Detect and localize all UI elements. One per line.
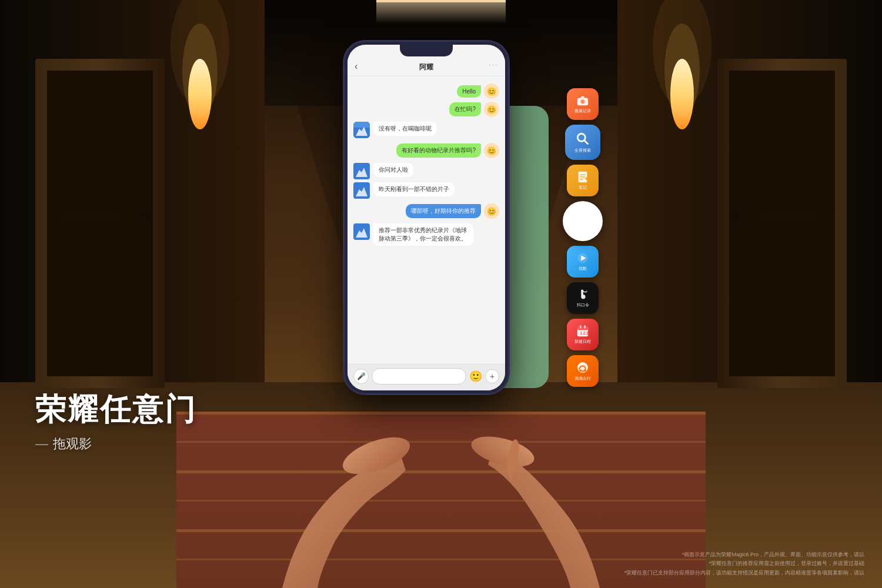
youku-fab[interactable]: 优酷 [567, 246, 599, 278]
svg-rect-13 [47, 71, 153, 212]
didi-fab-label: 滴滴出行 [574, 376, 591, 382]
disclaimer-line3: *荣耀任意门已支持部分应用部分内容，该功能支持情况是应用更新，内容精准度等各项因… [624, 569, 864, 577]
message-5: 你问对人啦 [353, 163, 499, 179]
chat-input-area: 🎤 🙂 + [348, 364, 505, 390]
audio-button[interactable]: 🎤 [353, 369, 369, 384]
main-title: 荣耀任意门 [35, 389, 197, 430]
youku-fab-label: 优酷 [579, 266, 587, 272]
message-2: 在忙吗? 😊 [353, 102, 499, 117]
back-button[interactable]: ‹ [355, 61, 358, 72]
message-3: 没有呀，在喝咖啡呢 [353, 122, 499, 138]
plus-button[interactable]: + [485, 369, 499, 383]
bubble-6: 昨天刚看到一部不错的片子 [373, 182, 455, 196]
emoji-button[interactable]: 🙂 [469, 370, 482, 383]
search-fab[interactable]: 全屏搜索 [565, 125, 600, 160]
text-input[interactable] [372, 368, 466, 385]
sub-title: 拖观影 [53, 436, 92, 451]
bubble-4: 有好看的动物纪录片推荐吗? [396, 143, 481, 158]
sent-avatar-7: 😊 [484, 203, 499, 219]
message-4: 有好看的动物纪录片推荐吗? 😊 [353, 143, 499, 158]
disclaimer-line1: *画面示意产品为荣耀Magic6 Pro，产品外观、界面、功能示意仅供参考，请以 [624, 550, 864, 559]
tiktok-fab[interactable]: 抖口令 [567, 282, 599, 314]
selected-fab[interactable] [563, 201, 603, 241]
calendar-fab-label: 新建日程 [574, 339, 591, 345]
svg-point-55 [584, 369, 586, 372]
bubble-1: Hello [457, 85, 481, 98]
disclaimer: *画面示意产品为荣耀Magic6 Pro，产品外观、界面、功能示意仅供参考，请以… [624, 550, 864, 577]
bubble-3: 没有呀，在喝咖啡呢 [373, 122, 437, 136]
bubble-8: 推荐一部非常优秀的纪录片《地球脉动第三季》，你一定会很喜欢。 [373, 223, 473, 246]
phone-device[interactable]: ‹ 阿耀 ··· Hello 😊 在忙吗? 😊 [344, 41, 509, 394]
sub-title-prefix: — [35, 436, 48, 451]
bubble-5: 你问对人啦 [373, 163, 413, 177]
floating-actions: 视频记录 全屏搜索 笔记 优酷 抖口令 1 2 3 新建日程 [563, 88, 603, 387]
search-fab-label: 全屏搜索 [574, 148, 591, 153]
svg-line-41 [584, 141, 588, 144]
bubble-7: 哪部呀，好期待你的推荐 [406, 204, 481, 218]
svg-rect-17 [729, 71, 835, 212]
svg-rect-31 [353, 122, 370, 128]
phone-screen: ‹ 阿耀 ··· Hello 😊 在忙吗? 😊 [348, 45, 505, 390]
svg-rect-18 [729, 220, 835, 376]
message-6: 昨天刚看到一部不错的片子 [353, 182, 499, 199]
bubble-2: 在忙吗? [449, 102, 481, 116]
svg-rect-49 [577, 327, 588, 330]
sub-title-area: —拖观影 [35, 435, 197, 453]
sent-avatar-2: 😊 [484, 102, 499, 117]
phone-notch [400, 45, 453, 56]
chat-title: 阿耀 [419, 63, 433, 71]
didi-fab[interactable]: 滴滴出行 [567, 355, 599, 387]
chat-header: ‹ 阿耀 ··· [348, 58, 505, 76]
svg-rect-14 [47, 220, 153, 376]
notes-fab[interactable]: 笔记 [567, 165, 599, 196]
svg-point-54 [579, 369, 582, 372]
tiktok-fab-label: 抖口令 [577, 302, 589, 308]
message-1: Hello 😊 [353, 83, 499, 99]
recv-avatar-3 [353, 122, 370, 138]
camera-fab[interactable]: 视频记录 [567, 88, 599, 120]
disclaimer-line2: *荣耀任意门的推荐应用需之前使用过，登录过账号，并设置过基础 [624, 559, 864, 568]
camera-fab-label: 视频记录 [574, 108, 591, 114]
svg-text:1 2 3: 1 2 3 [580, 331, 589, 335]
chat-messages-container: Hello 😊 在忙吗? 😊 没有呀， [348, 79, 505, 361]
notes-fab-label: 笔记 [579, 185, 587, 191]
sent-avatar-4: 😊 [484, 143, 499, 158]
more-button[interactable]: ··· [489, 61, 498, 68]
page-title-area: 荣耀任意门 —拖观影 [35, 389, 197, 453]
svg-point-39 [580, 99, 584, 103]
calendar-fab[interactable]: 1 2 3 新建日程 [567, 319, 599, 350]
phone-scene: ‹ 阿耀 ··· Hello 😊 在忙吗? 😊 [279, 18, 573, 517]
message-7: 哪部呀，好期待你的推荐 😊 [353, 203, 499, 219]
message-8: 推荐一部非常优秀的纪录片《地球脉动第三季》，你一定会很喜欢。 [353, 223, 499, 246]
sent-avatar-1: 😊 [484, 83, 499, 99]
